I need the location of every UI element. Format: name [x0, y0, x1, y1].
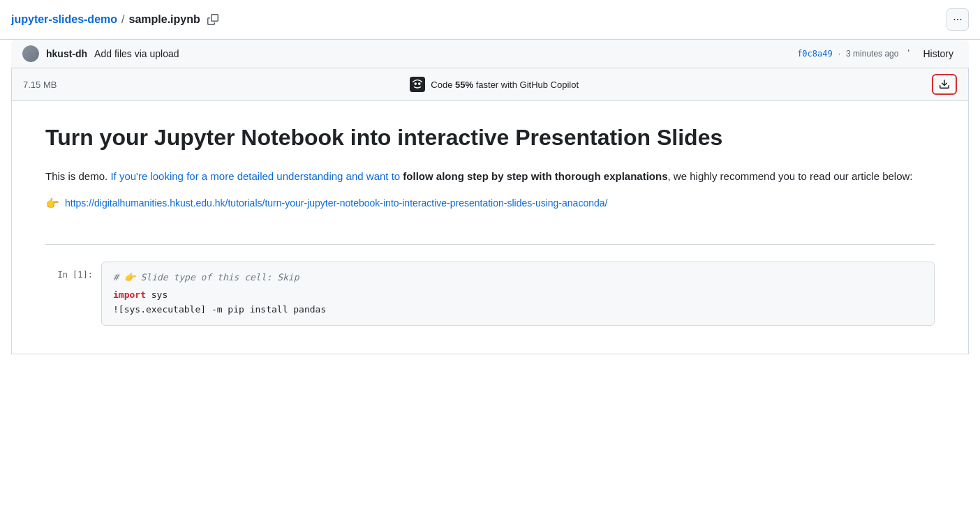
commit-hash-link[interactable]: f0c8a49	[797, 49, 833, 59]
top-bar: jupyter-slides-demo / sample.ipynb ···	[0, 0, 980, 40]
code-comment: # 👉 Slide type of this cell: Skip	[113, 272, 299, 282]
commit-info-left: hkust-dh Add files via upload	[22, 45, 179, 62]
breadcrumb-separator: /	[121, 13, 124, 26]
commit-time: 3 minutes ago	[846, 49, 898, 59]
code-keyword-import: import	[113, 289, 146, 300]
history-clock-icon	[908, 48, 919, 59]
code-block: # 👉 Slide type of this cell: Skip import…	[101, 262, 935, 326]
svg-point-1	[415, 82, 417, 85]
commit-separator: ·	[838, 49, 840, 59]
avatar	[22, 45, 39, 62]
copy-path-button[interactable]	[205, 13, 221, 27]
copy-icon	[207, 14, 218, 25]
section-divider	[45, 244, 935, 245]
file-name: sample.ipynb	[128, 13, 200, 26]
code-line-2: import sys	[113, 288, 923, 303]
download-icon	[939, 79, 950, 90]
svg-point-2	[418, 82, 421, 85]
code-line3-text: ![sys.executable] -m pip install pandas	[113, 304, 326, 315]
intro-paragraph-full: This is demo. If you're looking for a mo…	[45, 168, 935, 185]
copilot-highlight: 55%	[455, 80, 473, 90]
history-label: History	[923, 48, 953, 59]
download-button[interactable]	[932, 74, 957, 95]
repo-link[interactable]: jupyter-slides-demo	[11, 13, 117, 26]
copilot-icon	[410, 77, 425, 92]
avatar-image	[22, 45, 39, 62]
file-size: 7.15 MB	[23, 80, 57, 90]
cell-label: In [1]:	[45, 262, 101, 280]
code-line-3: ![sys.executable] -m pip install pandas	[113, 303, 923, 317]
copilot-promo: Code 55% faster with GitHub Copilot	[410, 77, 579, 92]
more-options-button[interactable]: ···	[946, 8, 969, 31]
copilot-text: Code 55% faster with GitHub Copilot	[431, 80, 579, 90]
commit-info-right: f0c8a49 · 3 minutes ago History	[797, 47, 958, 61]
commit-username[interactable]: hkust-dh	[46, 48, 87, 59]
notebook-title: Turn your Jupyter Notebook into interact…	[45, 123, 935, 151]
breadcrumb: jupyter-slides-demo / sample.ipynb	[11, 13, 221, 27]
code-cell-1: In [1]: # 👉 Slide type of this cell: Ski…	[45, 262, 935, 326]
notebook-content: Turn your Jupyter Notebook into interact…	[11, 101, 969, 354]
copilot-text-before: Code	[431, 80, 455, 90]
code-line-1: # 👉 Slide type of this cell: Skip	[113, 271, 923, 285]
history-button[interactable]: History	[904, 47, 958, 61]
svg-rect-0	[410, 77, 425, 92]
notebook-body: This is demo. If you're looking for a mo…	[45, 168, 935, 326]
commit-bar: hkust-dh Add files via upload f0c8a49 · …	[11, 40, 969, 68]
file-info-bar: 7.15 MB Code 55% faster with GitHub Copi…	[11, 68, 969, 101]
commit-message: Add files via upload	[94, 48, 179, 59]
code-sys: sys	[146, 289, 168, 300]
copilot-text-after: faster with GitHub Copilot	[473, 80, 579, 90]
link-emoji: 👉	[45, 197, 59, 210]
link-container: 👉 https://digitalhumanities.hkust.edu.hk…	[45, 196, 935, 227]
article-link[interactable]: https://digitalhumanities.hkust.edu.hk/t…	[65, 196, 607, 211]
